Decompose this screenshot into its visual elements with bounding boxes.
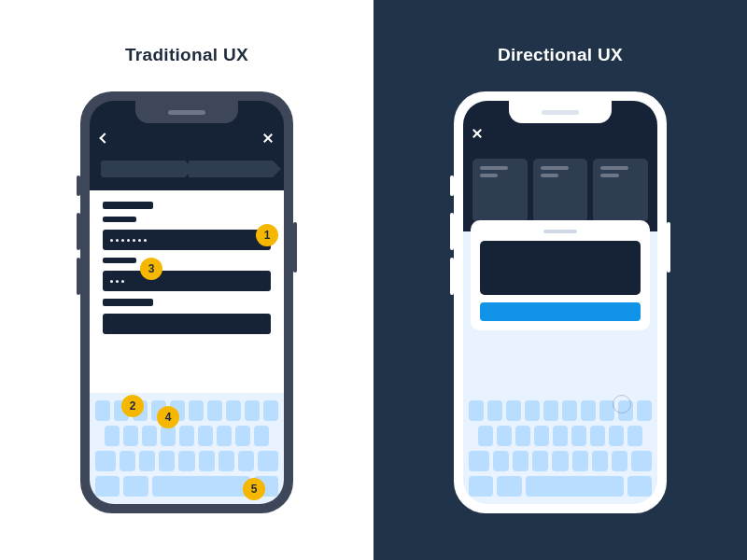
key[interactable] [487,400,502,421]
key[interactable] [120,451,135,471]
key[interactable] [552,451,568,471]
key[interactable] [609,426,624,446]
primary-button[interactable] [480,302,641,321]
form-content: 1 3 [90,190,284,393]
text-field[interactable] [103,314,271,334]
key[interactable] [543,400,558,421]
key[interactable] [178,451,194,471]
key[interactable] [123,426,138,446]
key[interactable] [238,451,254,471]
key[interactable] [199,451,215,471]
key[interactable] [506,400,521,421]
bottom-sheet[interactable] [471,220,650,330]
key[interactable] [218,451,234,471]
option-card[interactable] [593,159,648,222]
bottom-area [463,231,657,504]
back-icon[interactable] [99,133,109,143]
screen: 1 3 2 4 5 [90,101,284,504]
key[interactable] [95,400,110,421]
mute-switch [77,175,80,196]
input-display[interactable] [480,241,641,295]
field-sublabel [103,258,136,263]
directional-title: Directional UX [498,45,623,65]
key[interactable] [217,426,232,446]
key[interactable] [263,400,278,421]
password-field-2[interactable]: 3 [103,271,271,291]
key[interactable] [254,426,269,446]
tab-step-1[interactable] [101,161,185,177]
key[interactable] [590,426,605,446]
key[interactable] [513,451,529,471]
key[interactable] [179,426,194,446]
key[interactable] [562,400,577,421]
key[interactable] [478,426,493,446]
key[interactable] [198,426,213,446]
key[interactable] [525,400,540,421]
step-badge-5: 5 [243,478,265,500]
key[interactable] [159,451,175,471]
numbers-key[interactable] [95,476,120,497]
keyboard [463,393,657,504]
card-carousel[interactable] [472,159,648,222]
key[interactable] [161,426,176,446]
shift-key[interactable] [95,451,116,471]
mute-switch [450,175,454,196]
step-badge-4: 4 [157,406,179,428]
key[interactable] [139,451,155,471]
key[interactable] [627,426,642,446]
screen [463,101,657,504]
space-key[interactable] [526,476,624,497]
key[interactable] [207,400,222,421]
touch-indicator-icon [613,395,631,413]
key[interactable] [572,451,588,471]
field-label [103,202,153,209]
tab-step-2[interactable] [189,161,273,177]
close-icon[interactable] [263,133,273,143]
password-field-1[interactable]: 1 [103,230,271,250]
backspace-key[interactable] [258,451,278,471]
step-badge-2: 2 [121,395,144,417]
backspace-key[interactable] [631,451,652,471]
keyboard: 2 4 5 [90,393,284,504]
volume-down-button [450,258,454,295]
key[interactable] [469,400,484,421]
key[interactable] [515,426,530,446]
option-card[interactable] [533,159,588,222]
close-icon[interactable] [472,129,482,138]
option-card[interactable] [472,159,528,222]
key[interactable] [553,426,568,446]
return-key[interactable] [627,476,652,497]
emoji-key[interactable] [497,476,521,497]
key[interactable] [493,451,509,471]
key[interactable] [612,451,627,471]
emoji-key[interactable] [123,476,148,497]
volume-up-button [450,213,454,250]
step-badge-1: 1 [256,224,278,246]
key[interactable] [592,451,608,471]
breadcrumb-tabs [101,161,273,177]
drag-handle-icon[interactable] [543,230,577,233]
key[interactable] [235,426,250,446]
key[interactable] [142,426,157,446]
key[interactable] [189,400,204,421]
phone-directional [454,91,667,513]
speaker-icon [542,110,579,115]
step-badge-3: 3 [140,258,162,280]
directional-ux-panel: Directional UX [374,0,747,560]
notch [135,101,238,123]
space-key[interactable] [152,476,250,497]
key[interactable] [245,400,260,421]
key[interactable] [532,451,548,471]
key[interactable] [497,426,512,446]
key[interactable] [534,426,549,446]
field-sublabel [103,217,136,222]
key[interactable] [226,400,241,421]
power-button [293,222,297,273]
traditional-title: Traditional UX [125,45,248,65]
key[interactable] [105,426,120,446]
key[interactable] [581,400,596,421]
shift-key[interactable] [469,451,489,471]
key[interactable] [571,426,586,446]
numbers-key[interactable] [469,476,493,497]
key[interactable] [637,400,652,421]
